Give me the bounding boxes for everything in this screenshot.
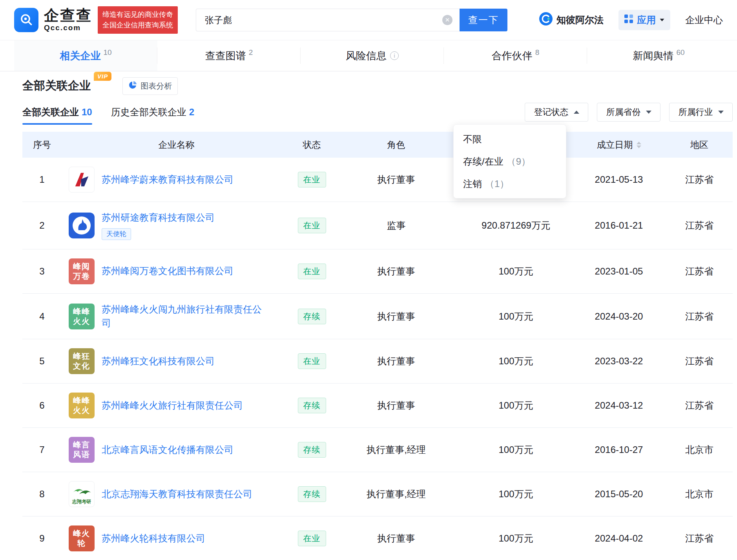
cell-no: 2 bbox=[22, 220, 62, 231]
company-name-link[interactable]: 苏州峰阅万卷文化图书有限公司 bbox=[102, 264, 234, 278]
subtab-all-related[interactable]: 全部关联企业10 bbox=[22, 106, 92, 118]
cell-capital: 100万元 bbox=[460, 265, 572, 278]
search-input-wrap: ✕ bbox=[196, 9, 460, 31]
cell-name: 峰言风语北京峰言风语文化传播有限公司 bbox=[62, 437, 291, 463]
filter-registration-status[interactable]: 登记状态 bbox=[525, 103, 588, 122]
cell-date: 2016-10-27 bbox=[572, 444, 666, 455]
company-logo: 峰峰火火 bbox=[69, 393, 95, 418]
tab-count: 8 bbox=[535, 48, 540, 57]
company-logo bbox=[69, 213, 95, 238]
table-row: 7峰言风语北京峰言风语文化传播有限公司存续执行董事,经理100万元2016-10… bbox=[22, 428, 733, 472]
cell-date: 2023-03-22 bbox=[572, 356, 666, 367]
company-name-link[interactable]: 苏州研途教育科技有限公司 bbox=[102, 211, 215, 225]
cell-no: 7 bbox=[22, 444, 62, 455]
cell-capital: 920.871269万元 bbox=[460, 219, 572, 232]
cell-region: 江苏省 bbox=[666, 265, 733, 278]
cell-role: 执行董事 bbox=[332, 173, 460, 186]
cell-region: 江苏省 bbox=[666, 532, 733, 545]
qcc-logo[interactable]: 企查查 Qcc.com bbox=[14, 8, 92, 32]
company-logo: 峰言风语 bbox=[69, 437, 95, 463]
company-name-link[interactable]: 北京志翔海天教育科技有限责任公司 bbox=[102, 487, 252, 501]
info-icon: i bbox=[390, 51, 399, 60]
company-name-link[interactable]: 北京峰言风语文化传播有限公司 bbox=[102, 443, 234, 457]
cell-date: 2024-03-20 bbox=[572, 311, 666, 322]
cell-name: 苏州峰学蔚来教育科技有限公司 bbox=[62, 167, 291, 193]
option-count: （1） bbox=[485, 178, 509, 190]
subtab-label: 全部关联企业 bbox=[22, 107, 79, 117]
tab-partners[interactable]: 合作伙伴8 bbox=[444, 40, 587, 71]
cell-status: 在业 bbox=[291, 264, 332, 279]
chevron-down-icon bbox=[660, 19, 664, 21]
cell-capital: 100万元 bbox=[460, 444, 572, 456]
company-name-link[interactable]: 苏州峰峰火火闯九州旅行社有限责任公司 bbox=[102, 303, 266, 330]
tab-related-companies[interactable]: 相关企业10 bbox=[14, 40, 157, 71]
status-badge: 存续 bbox=[298, 309, 326, 324]
table-row: 5峰狂文化苏州峰狂文化科技有限公司在业执行董事100万元2023-03-22江苏… bbox=[22, 339, 733, 384]
dropdown-option[interactable]: 不限 bbox=[454, 128, 566, 150]
zhibi-alpha-link[interactable]: 知彼阿尔法 bbox=[539, 12, 604, 28]
search-input[interactable] bbox=[196, 9, 460, 31]
tab-label: 相关企业 bbox=[60, 49, 100, 63]
tab-chart-graph[interactable]: 查查图谱2 bbox=[157, 40, 301, 71]
main-tabs: 相关企业10查查图谱2风险信息i合作伙伴8新闻舆情60 bbox=[0, 40, 737, 71]
cell-region: 江苏省 bbox=[666, 399, 733, 412]
col-header-date[interactable]: 成立日期 bbox=[572, 139, 666, 151]
cell-name: 志翔考研北京志翔海天教育科技有限责任公司 bbox=[62, 481, 291, 507]
company-name-link[interactable]: 苏州峰峰火火旅行社有限责任公司 bbox=[102, 399, 243, 413]
cell-status: 存续 bbox=[291, 309, 332, 324]
cell-region: 江苏省 bbox=[666, 219, 733, 232]
cell-capital: 100万元 bbox=[460, 355, 572, 367]
cell-status: 在业 bbox=[291, 218, 332, 233]
apps-menu[interactable]: 应用 bbox=[618, 10, 670, 30]
filter-industry[interactable]: 所属行业 bbox=[669, 103, 733, 122]
dropdown-option[interactable]: 注销（1） bbox=[454, 173, 566, 195]
cell-no: 6 bbox=[22, 400, 62, 411]
cell-status: 在业 bbox=[291, 353, 332, 369]
cell-role: 执行董事,经理 bbox=[332, 488, 460, 500]
cell-region: 江苏省 bbox=[666, 310, 733, 323]
cell-no: 9 bbox=[22, 533, 62, 544]
company-name-link[interactable]: 苏州峰狂文化科技有限公司 bbox=[102, 355, 215, 368]
page-title-text: 全部关联企业 bbox=[22, 78, 91, 94]
option-label: 不限 bbox=[463, 133, 482, 145]
dropdown-option[interactable]: 存续/在业（9） bbox=[454, 150, 566, 173]
tab-count: 10 bbox=[103, 48, 111, 57]
cell-no: 1 bbox=[22, 174, 62, 185]
sort-icon[interactable] bbox=[637, 142, 641, 148]
subtab-count: 2 bbox=[189, 107, 194, 117]
qcc-logo-icon bbox=[14, 8, 38, 32]
table-row: 4峰峰火火苏州峰峰火火闯九州旅行社有限责任公司存续执行董事100万元2024-0… bbox=[22, 294, 733, 340]
subtab-label: 历史全部关联企业 bbox=[111, 107, 186, 117]
tab-news-sentiment[interactable]: 新闻舆情60 bbox=[587, 40, 730, 71]
chart-analysis-button[interactable]: 图表分析 bbox=[122, 77, 178, 95]
cell-date: 2016-01-21 bbox=[572, 220, 666, 231]
company-name-link[interactable]: 苏州峰火轮科技有限公司 bbox=[102, 532, 205, 545]
logo-cn: 企查查 bbox=[44, 8, 92, 24]
funding-round-tag: 天使轮 bbox=[102, 228, 131, 240]
filter-province[interactable]: 所属省份 bbox=[597, 103, 660, 122]
content: 全部关联企业 VIP 图表分析 全部关联企业10历史全部关联企业2 登记状态所属… bbox=[0, 71, 737, 560]
search-button[interactable]: 查一下 bbox=[460, 9, 507, 31]
status-dropdown: 不限存续/在业（9）注销（1） bbox=[453, 124, 566, 198]
option-label: 存续/在业 bbox=[463, 155, 503, 168]
company-name-link[interactable]: 苏州峰学蔚来教育科技有限公司 bbox=[102, 173, 234, 187]
cell-role: 执行董事 bbox=[332, 355, 460, 367]
tab-risk-info[interactable]: 风险信息i bbox=[301, 40, 444, 71]
subtab-history-related[interactable]: 历史全部关联企业2 bbox=[111, 106, 194, 118]
zhibi-alpha-icon bbox=[539, 12, 553, 28]
enterprise-center-link[interactable]: 企业中心 bbox=[685, 14, 723, 26]
filter-label: 所属行业 bbox=[679, 106, 713, 118]
company-logo bbox=[69, 167, 95, 193]
cell-no: 8 bbox=[22, 489, 62, 500]
tab-label: 风险信息 bbox=[346, 49, 387, 63]
related-companies-table: 序号企业名称状态角色成立日期地区 1苏州峰学蔚来教育科技有限公司在业执行董事20… bbox=[22, 132, 733, 560]
cell-role: 执行董事 bbox=[332, 532, 460, 545]
status-badge: 存续 bbox=[298, 442, 326, 458]
cell-status: 存续 bbox=[291, 398, 332, 413]
tab-count: 2 bbox=[249, 48, 253, 57]
filter-label: 登记状态 bbox=[534, 106, 569, 118]
slogan-line-1: 缔造有远见的商业传奇 bbox=[102, 9, 173, 20]
clear-search-icon[interactable]: ✕ bbox=[442, 15, 452, 25]
cell-name: 峰火轮苏州峰火轮科技有限公司 bbox=[62, 525, 291, 551]
table-header: 序号企业名称状态角色成立日期地区 bbox=[22, 132, 733, 158]
